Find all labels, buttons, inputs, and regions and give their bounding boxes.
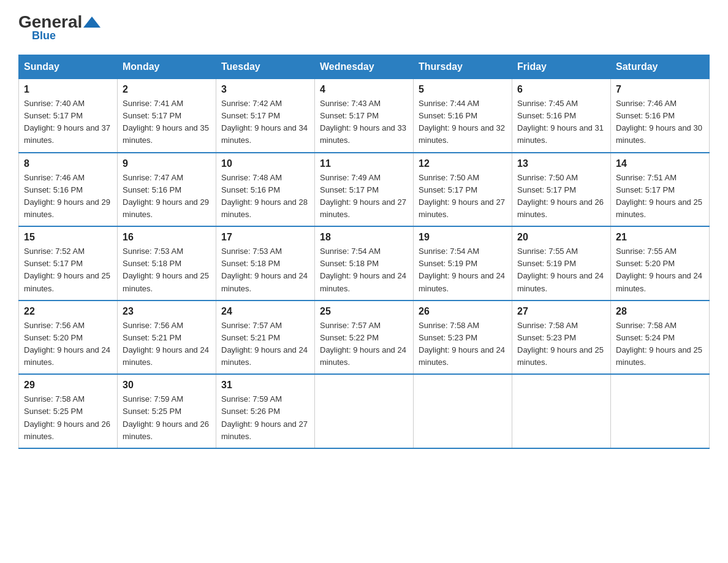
calendar-week-row: 29 Sunrise: 7:58 AM Sunset: 5:25 PM Dayl… (19, 374, 710, 448)
day-number: 30 (123, 380, 211, 391)
day-info: Sunrise: 7:40 AM Sunset: 5:17 PM Dayligh… (24, 98, 112, 147)
column-header-saturday: Saturday (611, 55, 710, 79)
day-info: Sunrise: 7:55 AM Sunset: 5:20 PM Dayligh… (616, 245, 704, 295)
day-number: 28 (616, 306, 704, 317)
calendar-cell: 8 Sunrise: 7:46 AM Sunset: 5:16 PM Dayli… (19, 153, 118, 227)
calendar-cell (414, 374, 512, 448)
day-number: 12 (419, 158, 507, 169)
calendar-cell: 25 Sunrise: 7:57 AM Sunset: 5:22 PM Dayl… (315, 301, 414, 375)
day-info: Sunrise: 7:43 AM Sunset: 5:17 PM Dayligh… (320, 98, 408, 147)
day-info: Sunrise: 7:54 AM Sunset: 5:19 PM Dayligh… (419, 245, 507, 295)
day-info: Sunrise: 7:46 AM Sunset: 5:16 PM Dayligh… (24, 172, 112, 221)
logo-blue-text: Blue (32, 29, 56, 42)
calendar-week-row: 8 Sunrise: 7:46 AM Sunset: 5:16 PM Dayli… (19, 153, 710, 227)
calendar-cell: 23 Sunrise: 7:56 AM Sunset: 5:21 PM Dayl… (118, 301, 216, 375)
day-number: 22 (24, 306, 112, 317)
day-number: 16 (123, 232, 211, 243)
calendar-cell: 13 Sunrise: 7:50 AM Sunset: 5:17 PM Dayl… (512, 153, 611, 227)
calendar-header-row: SundayMondayTuesdayWednesdayThursdayFrid… (19, 55, 710, 79)
day-number: 15 (24, 232, 112, 243)
calendar-cell: 9 Sunrise: 7:47 AM Sunset: 5:16 PM Dayli… (118, 153, 216, 227)
calendar-cell: 11 Sunrise: 7:49 AM Sunset: 5:17 PM Dayl… (315, 153, 414, 227)
logo-triangle-icon (83, 17, 100, 28)
column-header-thursday: Thursday (414, 55, 512, 79)
day-number: 2 (123, 84, 211, 95)
calendar-cell (611, 374, 710, 448)
column-header-wednesday: Wednesday (315, 55, 414, 79)
day-info: Sunrise: 7:51 AM Sunset: 5:17 PM Dayligh… (616, 172, 704, 221)
day-info: Sunrise: 7:58 AM Sunset: 5:24 PM Dayligh… (616, 320, 704, 369)
day-info: Sunrise: 7:46 AM Sunset: 5:16 PM Dayligh… (616, 98, 704, 147)
logo: General Blue (18, 12, 102, 42)
calendar-cell: 28 Sunrise: 7:58 AM Sunset: 5:24 PM Dayl… (611, 301, 710, 375)
calendar-week-row: 1 Sunrise: 7:40 AM Sunset: 5:17 PM Dayli… (19, 79, 710, 153)
day-number: 3 (221, 84, 309, 95)
day-info: Sunrise: 7:55 AM Sunset: 5:19 PM Dayligh… (517, 245, 605, 295)
day-info: Sunrise: 7:42 AM Sunset: 5:17 PM Dayligh… (221, 98, 309, 147)
calendar-cell: 27 Sunrise: 7:58 AM Sunset: 5:23 PM Dayl… (512, 301, 611, 375)
calendar-cell: 26 Sunrise: 7:58 AM Sunset: 5:23 PM Dayl… (414, 301, 512, 375)
day-number: 14 (616, 158, 704, 169)
calendar-cell: 30 Sunrise: 7:59 AM Sunset: 5:25 PM Dayl… (118, 374, 216, 448)
day-number: 13 (517, 158, 605, 169)
day-info: Sunrise: 7:58 AM Sunset: 5:23 PM Dayligh… (419, 320, 507, 369)
day-number: 31 (221, 380, 309, 391)
day-number: 20 (517, 232, 605, 243)
day-info: Sunrise: 7:49 AM Sunset: 5:17 PM Dayligh… (320, 172, 408, 221)
day-number: 25 (320, 306, 408, 317)
calendar-cell: 29 Sunrise: 7:58 AM Sunset: 5:25 PM Dayl… (19, 374, 118, 448)
calendar-cell: 1 Sunrise: 7:40 AM Sunset: 5:17 PM Dayli… (19, 79, 118, 153)
page-header: General Blue (18, 12, 710, 42)
day-number: 23 (123, 306, 211, 317)
calendar-cell: 2 Sunrise: 7:41 AM Sunset: 5:17 PM Dayli… (118, 79, 216, 153)
column-header-friday: Friday (512, 55, 611, 79)
calendar-cell: 17 Sunrise: 7:53 AM Sunset: 5:18 PM Dayl… (216, 226, 315, 301)
day-info: Sunrise: 7:58 AM Sunset: 5:23 PM Dayligh… (517, 320, 605, 369)
calendar-cell: 24 Sunrise: 7:57 AM Sunset: 5:21 PM Dayl… (216, 301, 315, 375)
day-info: Sunrise: 7:52 AM Sunset: 5:17 PM Dayligh… (24, 245, 112, 295)
calendar-cell: 12 Sunrise: 7:50 AM Sunset: 5:17 PM Dayl… (414, 153, 512, 227)
day-info: Sunrise: 7:50 AM Sunset: 5:17 PM Dayligh… (419, 172, 507, 221)
day-info: Sunrise: 7:48 AM Sunset: 5:16 PM Dayligh… (221, 172, 309, 221)
day-number: 26 (419, 306, 507, 317)
column-header-sunday: Sunday (19, 55, 118, 79)
day-number: 24 (221, 306, 309, 317)
day-number: 29 (24, 380, 112, 391)
day-number: 8 (24, 158, 112, 169)
calendar-cell: 21 Sunrise: 7:55 AM Sunset: 5:20 PM Dayl… (611, 226, 710, 301)
day-info: Sunrise: 7:59 AM Sunset: 5:26 PM Dayligh… (221, 393, 309, 443)
calendar-week-row: 22 Sunrise: 7:56 AM Sunset: 5:20 PM Dayl… (19, 301, 710, 375)
calendar-cell: 5 Sunrise: 7:44 AM Sunset: 5:16 PM Dayli… (414, 79, 512, 153)
day-number: 19 (419, 232, 507, 243)
day-number: 1 (24, 84, 112, 95)
day-number: 27 (517, 306, 605, 317)
calendar-cell: 16 Sunrise: 7:53 AM Sunset: 5:18 PM Dayl… (118, 226, 216, 301)
day-number: 6 (517, 84, 605, 95)
day-number: 21 (616, 232, 704, 243)
day-info: Sunrise: 7:58 AM Sunset: 5:25 PM Dayligh… (24, 393, 112, 443)
day-info: Sunrise: 7:56 AM Sunset: 5:21 PM Dayligh… (123, 320, 211, 369)
day-number: 11 (320, 158, 408, 169)
calendar-cell (315, 374, 414, 448)
day-info: Sunrise: 7:57 AM Sunset: 5:22 PM Dayligh… (320, 320, 408, 369)
day-info: Sunrise: 7:57 AM Sunset: 5:21 PM Dayligh… (221, 320, 309, 369)
column-header-monday: Monday (118, 55, 216, 79)
calendar-cell: 19 Sunrise: 7:54 AM Sunset: 5:19 PM Dayl… (414, 226, 512, 301)
calendar-table: SundayMondayTuesdayWednesdayThursdayFrid… (18, 55, 710, 449)
column-header-tuesday: Tuesday (216, 55, 315, 79)
calendar-cell: 22 Sunrise: 7:56 AM Sunset: 5:20 PM Dayl… (19, 301, 118, 375)
day-info: Sunrise: 7:44 AM Sunset: 5:16 PM Dayligh… (419, 98, 507, 147)
day-number: 7 (616, 84, 704, 95)
day-number: 5 (419, 84, 507, 95)
calendar-cell: 10 Sunrise: 7:48 AM Sunset: 5:16 PM Dayl… (216, 153, 315, 227)
day-info: Sunrise: 7:54 AM Sunset: 5:18 PM Dayligh… (320, 245, 408, 295)
calendar-cell (512, 374, 611, 448)
calendar-cell: 15 Sunrise: 7:52 AM Sunset: 5:17 PM Dayl… (19, 226, 118, 301)
day-info: Sunrise: 7:45 AM Sunset: 5:16 PM Dayligh… (517, 98, 605, 147)
day-info: Sunrise: 7:56 AM Sunset: 5:20 PM Dayligh… (24, 320, 112, 369)
day-number: 17 (221, 232, 309, 243)
calendar-cell: 31 Sunrise: 7:59 AM Sunset: 5:26 PM Dayl… (216, 374, 315, 448)
day-info: Sunrise: 7:41 AM Sunset: 5:17 PM Dayligh… (123, 98, 211, 147)
calendar-cell: 20 Sunrise: 7:55 AM Sunset: 5:19 PM Dayl… (512, 226, 611, 301)
calendar-cell: 18 Sunrise: 7:54 AM Sunset: 5:18 PM Dayl… (315, 226, 414, 301)
